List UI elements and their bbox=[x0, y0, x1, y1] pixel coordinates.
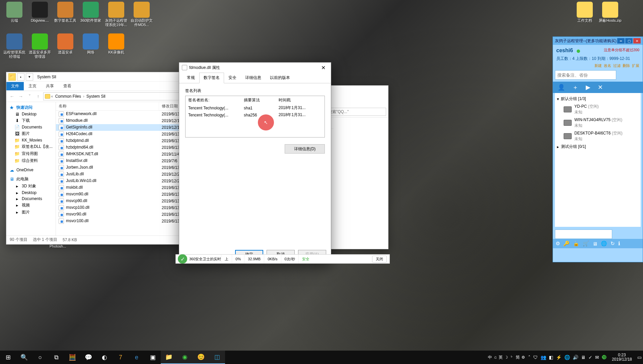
nav-item[interactable]: ▸Desktop bbox=[8, 190, 56, 196]
desktop-icon[interactable]: 360软件管家 bbox=[78, 2, 103, 32]
task-chat[interactable]: 💬 bbox=[80, 351, 96, 364]
navigation-pane[interactable]: ★快速访问 🖥Desktop⬇下载📄Documents🖼图片📁KK_Movies… bbox=[6, 102, 56, 236]
delete-icon[interactable]: ✕ bbox=[598, 84, 603, 91]
hgz-search-input[interactable] bbox=[555, 70, 616, 80]
tree-client-item[interactable]: DESKTOP-B4I6CT6 (空闲)未知 bbox=[556, 129, 639, 143]
signature-row[interactable]: Tencent Technology(...sha12018年1月31... bbox=[186, 104, 325, 111]
add-icon[interactable]: ＋ bbox=[572, 83, 578, 91]
desktop-icon[interactable]: 逍遥安卓 bbox=[53, 33, 78, 64]
monitor-icon[interactable]: 🖥 bbox=[592, 241, 597, 247]
nav-item[interactable]: ▸Documents bbox=[8, 196, 56, 202]
nav-item[interactable]: 📁双签名DLL【改... bbox=[8, 143, 56, 150]
tab-3[interactable]: 详细信息 bbox=[241, 73, 266, 83]
tray-chevron-icon[interactable]: ˄ bbox=[528, 355, 530, 360]
tab-view[interactable]: 查看 bbox=[59, 82, 76, 90]
hgz-menu-item[interactable]: 删除 bbox=[623, 64, 630, 68]
forward-button[interactable]: → bbox=[17, 93, 24, 100]
nav-item[interactable]: 📁宣传用图 bbox=[8, 150, 56, 157]
nav-item[interactable]: 📁KK_Movies bbox=[8, 137, 56, 143]
maximize-button[interactable]: ▢ bbox=[625, 38, 633, 43]
task-kk[interactable]: 😊 bbox=[193, 351, 209, 364]
tab-file[interactable]: 文件 bbox=[6, 82, 24, 90]
close-button[interactable]: ✕ bbox=[318, 65, 328, 71]
crumb-commonfiles[interactable]: Common Files bbox=[54, 94, 82, 99]
safebar-close-button[interactable]: 关闭 bbox=[372, 256, 387, 263]
start-button[interactable]: ⊞ bbox=[0, 351, 16, 364]
folder-icon[interactable]: 📁 bbox=[8, 73, 16, 81]
tray-flash-icon[interactable]: ⚡ bbox=[556, 355, 562, 360]
tab-4[interactable]: 以前的版本 bbox=[266, 73, 294, 83]
task-360[interactable]: ◉ bbox=[177, 351, 193, 364]
tab-share[interactable]: 共享 bbox=[41, 82, 59, 90]
nav-item[interactable]: ⬇下载 bbox=[8, 117, 56, 124]
desktop-icon[interactable]: 云端 bbox=[2, 2, 27, 32]
hgz-menu-item[interactable]: 改名 bbox=[604, 64, 611, 68]
back-button[interactable]: ← bbox=[8, 93, 16, 100]
desktop-icon[interactable]: 屏蔽Hosts.zip bbox=[597, 2, 623, 32]
col-signer[interactable]: 签名者姓名: bbox=[186, 96, 241, 104]
tray-app-icon[interactable]: ◧ bbox=[549, 355, 553, 360]
desktop-icon[interactable]: 工作文档 bbox=[572, 2, 597, 32]
desktop-icon[interactable]: 远程管理系统经理端 bbox=[2, 33, 27, 64]
system-tray[interactable]: 中 ♫ 英 ☽ ㆑ 简 ⚙ ˄ 🛡 👥 ◧ ⚡ 🌐 🔊 🖥 ✓ ✉ ⓳ 0:23… bbox=[488, 353, 643, 362]
ime-indicator[interactable]: 中 ♫ 英 ☽ ㆑ 简 ⚙ bbox=[488, 355, 525, 360]
info-icon[interactable]: ℹ bbox=[618, 241, 620, 247]
up-button[interactable]: ↑ bbox=[34, 93, 42, 100]
lock-icon[interactable]: 🔒 bbox=[573, 241, 579, 247]
hgz-menu-item[interactable]: 新建 bbox=[594, 64, 602, 68]
signature-row[interactable]: Tencent Technology(...sha2562018年1月31... bbox=[186, 111, 325, 118]
tray-shield-icon[interactable]: 🛡 bbox=[533, 355, 538, 360]
desktop-icon-photoshop[interactable]: Photosh... bbox=[50, 244, 66, 248]
tree-client-item[interactable]: YD-PC (空闲)未知 bbox=[556, 103, 639, 116]
col-name[interactable]: 名称 bbox=[56, 102, 159, 111]
desktop-icon[interactable]: 网络 bbox=[78, 33, 103, 64]
nav-quick-access[interactable]: 快速访问 bbox=[16, 105, 32, 110]
tray-volume-icon[interactable]: 🔊 bbox=[573, 355, 578, 360]
nav-onedrive[interactable]: OneDrive bbox=[16, 168, 33, 172]
hgz-menu-item[interactable]: 过滤 bbox=[613, 64, 621, 68]
taskview-button[interactable]: ⧉ bbox=[48, 351, 64, 364]
desktop-icon[interactable]: KK录像机 bbox=[103, 33, 129, 64]
task-edge[interactable]: e bbox=[129, 351, 145, 364]
cart-icon[interactable]: 🛒 bbox=[583, 241, 589, 247]
col-timestamp[interactable]: 时间戳 bbox=[276, 96, 325, 104]
tab-home[interactable]: 主页 bbox=[24, 82, 41, 90]
search-button[interactable]: 🔍 bbox=[16, 351, 32, 364]
crumb-systemsll[interactable]: System Sll bbox=[85, 94, 107, 99]
user-icon[interactable]: 👤 bbox=[558, 84, 565, 91]
nav-item[interactable]: ▸3D 对象 bbox=[8, 183, 56, 190]
nav-item[interactable]: 📄Documents bbox=[8, 124, 56, 130]
tab-2[interactable]: 安全 bbox=[224, 73, 241, 83]
desktop-icon[interactable]: 逍遥安卓多开管理器 bbox=[27, 33, 53, 64]
qat-dropdown[interactable]: ▾ bbox=[26, 73, 33, 81]
minimize-button[interactable]: ━ bbox=[617, 38, 625, 43]
network-icon[interactable]: 🌐 bbox=[601, 241, 607, 247]
hgz-bottom-input[interactable] bbox=[555, 230, 612, 239]
tray-action-icon[interactable]: ✉ bbox=[595, 355, 599, 360]
tray-screen-icon[interactable]: 🖥 bbox=[581, 355, 586, 360]
desktop-icon[interactable]: 灰鸽子远程管理系统19年... bbox=[103, 2, 129, 32]
desktop-icon[interactable]: 自启动防护文件MD5... bbox=[129, 2, 154, 32]
task-app[interactable]: ◫ bbox=[209, 351, 225, 364]
key-icon[interactable]: 🔑 bbox=[563, 241, 570, 247]
taskbar[interactable]: ⊞ 🔍 ○ ⧉ 🧮 💬 ◐ 7 e ▣ 📁 ◉ 😊 ◫ 中 ♫ 英 ☽ ㆑ 简 … bbox=[0, 351, 643, 364]
play-icon[interactable]: ▶ bbox=[586, 84, 590, 91]
tab-1[interactable]: 数字签名 bbox=[199, 73, 224, 83]
cortana-button[interactable]: ○ bbox=[32, 351, 48, 364]
properties-dialog[interactable]: fdmodlue.dll 属性 ✕ 常规数字签名安全详细信息以前的版本 签名列表… bbox=[179, 62, 331, 263]
notifications-button[interactable]: ▭ bbox=[637, 355, 642, 360]
refresh-icon[interactable]: ↻ bbox=[611, 241, 615, 247]
close-button[interactable]: ✕ bbox=[633, 38, 641, 43]
task-calc[interactable]: 🧮 bbox=[64, 351, 80, 364]
tray-check-icon[interactable]: ✓ bbox=[588, 355, 592, 360]
tree-group[interactable]: ▾默认分组 [1/3] bbox=[556, 95, 639, 103]
tray-badge-icon[interactable]: ⓳ bbox=[602, 355, 606, 360]
signature-list[interactable]: 签名者姓名: 摘要算法 时间戳 Tencent Technology(...sh… bbox=[185, 96, 325, 138]
search-input[interactable] bbox=[326, 108, 386, 116]
hgz-client-tree[interactable]: ▾默认分组 [1/3]YD-PC (空闲)未知WIN-NTJ4G4RLV75 (… bbox=[555, 93, 641, 227]
desktop-icon[interactable]: 数字签名工具 bbox=[53, 2, 78, 32]
tray-people-icon[interactable]: 👥 bbox=[541, 355, 546, 360]
tree-group[interactable]: ▸测试分组 [0/1] bbox=[556, 143, 639, 151]
tray-network-icon[interactable]: 🌐 bbox=[564, 355, 570, 360]
nav-item[interactable]: 🖥Desktop bbox=[8, 111, 56, 117]
